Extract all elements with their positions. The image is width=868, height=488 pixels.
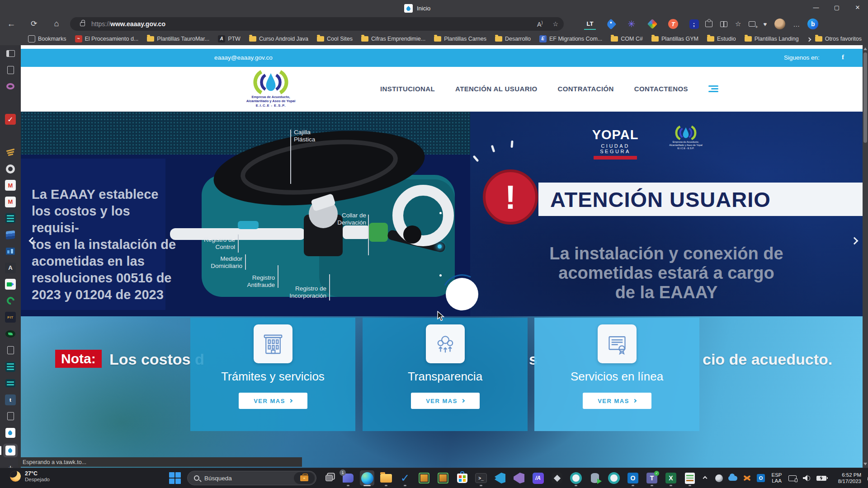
teal-lines-icon[interactable] <box>5 361 16 372</box>
excel-icon[interactable]: X <box>664 470 678 486</box>
bookmark-item[interactable]: APTW <box>218 35 241 42</box>
vscode-icon[interactable] <box>493 470 507 486</box>
bookmark-item[interactable]: Plantillas GYM <box>651 36 698 42</box>
chevron-up-icon[interactable] <box>700 473 710 483</box>
split-screen-icon[interactable] <box>720 21 727 27</box>
nav-atencion-al-usuario[interactable]: ATENCIÓN AL USUARIO <box>455 85 538 93</box>
green-leaf-icon[interactable] <box>5 328 16 339</box>
visual-studio-icon[interactable] <box>512 470 526 486</box>
language-indicator[interactable]: ESP LAA <box>770 472 783 484</box>
monitor-icon[interactable] <box>788 473 797 483</box>
file-explorer-icon[interactable] <box>379 470 393 486</box>
worker-app-icon-2[interactable] <box>436 470 450 486</box>
bookmarks-overflow-chevron[interactable] <box>807 35 811 43</box>
bing-chat-icon[interactable]: b <box>807 19 818 29</box>
site-logo[interactable]: Empresa de Acueducto, Alcantarillado y A… <box>237 70 305 108</box>
microsoft-grid-icon[interactable] <box>5 131 16 141</box>
chat-icon[interactable]: 1 <box>341 470 355 486</box>
taskbar-clock[interactable]: 6:52 PM 8/17/2023 <box>831 472 861 484</box>
volume-icon[interactable] <box>802 473 811 483</box>
t-extension-icon[interactable]: bT <box>667 18 679 30</box>
hotspot-dot-glow[interactable] <box>438 244 442 249</box>
url-text[interactable]: https://www.eaaay.gov.co <box>91 20 165 28</box>
scroll-up-arrow-icon[interactable] <box>863 47 867 50</box>
todo-check-icon[interactable]: ✓ <box>398 470 412 486</box>
tag-extension-icon[interactable] <box>605 18 617 30</box>
sql-db-icon[interactable] <box>588 470 602 486</box>
site-email[interactable]: eaaay@eaaay.gov.co <box>214 54 273 61</box>
bookmark-item[interactable]: Cifras Emprendimie... <box>361 36 425 42</box>
maximize-icon[interactable]: ▢ <box>826 0 847 15</box>
outlook-tray-icon[interactable]: O <box>756 473 766 483</box>
address-bar[interactable]: https://www.eaaay.gov.co A) ☆ <box>70 17 564 31</box>
orange-x-icon[interactable] <box>742 473 752 483</box>
teams-icon[interactable]: T✓ <box>645 470 659 486</box>
bookmark-item[interactable]: Desarrollo <box>495 36 531 42</box>
gold-quill-icon[interactable] <box>5 147 16 158</box>
scrollbar-thumb[interactable] <box>863 52 867 143</box>
extensions-puzzle-icon[interactable] <box>705 21 712 27</box>
semicolon-extension-icon[interactable]: ; <box>688 18 700 30</box>
essentials-icon[interactable]: ♥ <box>763 21 767 28</box>
facebook-icon[interactable]: f <box>842 53 844 61</box>
red-swoosh-icon[interactable]: ✓ <box>5 114 16 125</box>
github-icon[interactable] <box>5 164 16 174</box>
gmail-icon[interactable]: M <box>5 180 16 191</box>
carousel-next-icon[interactable] <box>846 233 863 249</box>
onedrive-icon[interactable] <box>728 473 738 483</box>
page-icon[interactable] <box>5 65 16 75</box>
notepadpp-icon[interactable] <box>683 470 697 486</box>
page-icon[interactable] <box>5 411 16 422</box>
nav-contratacion[interactable]: CONTRATACIÓN <box>558 85 614 93</box>
browser-tab[interactable]: Inicio <box>398 2 437 14</box>
terminal-icon[interactable]: >_ <box>474 470 488 486</box>
languagetool-extension-icon[interactable]: LT <box>584 18 596 30</box>
collections-icon[interactable] <box>749 21 755 27</box>
blue-layers-icon[interactable] <box>5 230 16 240</box>
bookmark-item[interactable]: Plantillas TauroMar... <box>147 36 209 42</box>
more-icon[interactable]: … <box>793 20 800 28</box>
carousel-prev-icon[interactable] <box>24 233 41 249</box>
scroll-down-circle[interactable] <box>446 278 478 310</box>
ver-mas-button[interactable]: VER MAS <box>583 393 651 409</box>
outlook-icon[interactable]: O <box>626 470 640 486</box>
bookmark-item[interactable]: Plantillas Landing <box>745 36 799 42</box>
gmail-icon[interactable]: M <box>5 197 16 207</box>
page-icon[interactable] <box>5 345 16 356</box>
search-highlight[interactable] <box>294 472 315 484</box>
other-favorites[interactable]: Otros favoritos <box>815 36 862 42</box>
bookmark-item[interactable]: Bookmarks <box>28 35 66 42</box>
teal-lines-icon[interactable] <box>5 378 16 389</box>
favorites-icon[interactable]: ☆ <box>735 20 741 28</box>
nav-contactenos[interactable]: CONTACTENOS <box>634 85 688 93</box>
blue-a-app-icon[interactable]: /A <box>531 470 545 486</box>
refresh-icon[interactable]: ⟳ <box>27 19 41 28</box>
water-drop-icon-active[interactable] <box>3 444 18 457</box>
pgadmin-icon[interactable] <box>569 470 583 486</box>
meet-camera-icon[interactable] <box>5 279 16 290</box>
card-transparencia[interactable]: Transparencia VER MAS <box>363 318 528 431</box>
network-globe-icon[interactable] <box>714 473 724 483</box>
page-scrollbar[interactable] <box>863 45 868 468</box>
ver-mas-button[interactable]: VER MAS <box>239 393 307 409</box>
dark-a-icon[interactable]: A <box>5 263 16 273</box>
start-button[interactable] <box>168 471 182 485</box>
minimize-icon[interactable]: — <box>806 0 826 15</box>
edge-icon[interactable] <box>360 470 374 486</box>
read-aloud-icon[interactable]: A) <box>537 20 542 28</box>
green-c-icon[interactable] <box>5 296 16 306</box>
home-icon[interactable]: ⌂ <box>50 19 63 28</box>
bookmark-item[interactable]: Estudio <box>707 36 736 42</box>
card-servicios[interactable]: Servicios en línea VER MAS <box>534 318 699 431</box>
bookmark-item[interactable]: COM C# <box>611 36 643 42</box>
worker-app-icon-1[interactable] <box>417 470 431 486</box>
nav-institucional[interactable]: INSTITUCIONAL <box>380 85 435 93</box>
back-icon[interactable]: ← <box>5 19 18 29</box>
fit-badge-icon[interactable]: FIT <box>5 312 16 323</box>
water-drop-icon[interactable] <box>5 427 16 438</box>
card-tramites[interactable]: Trámites y servicios VER MAS <box>190 318 355 431</box>
blue-chart-icon[interactable] <box>5 246 16 257</box>
bookmark-item[interactable]: EEF Migrations Com... <box>539 35 602 42</box>
battery-icon[interactable] <box>816 473 827 483</box>
bookmark-item[interactable]: Cool Sites <box>317 36 353 42</box>
